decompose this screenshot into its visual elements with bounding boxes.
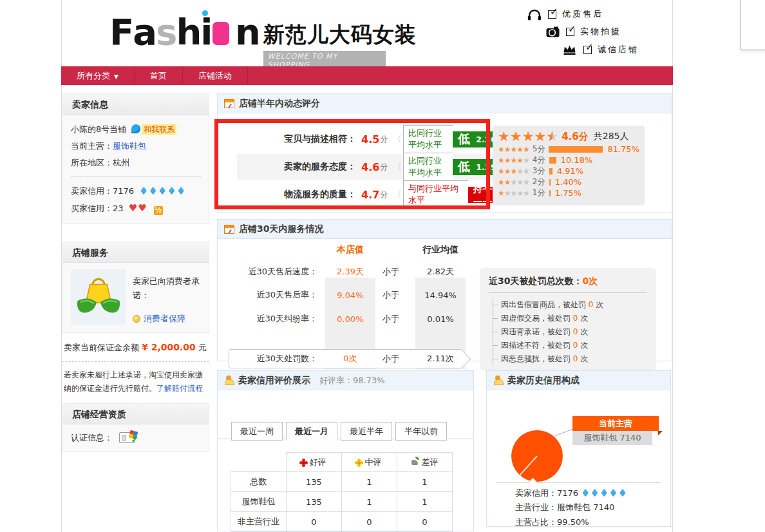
consumer-guarantee-link[interactable]: 消费者保障 (144, 314, 185, 323)
rating-bar (549, 190, 551, 196)
nav-all-categories[interactable]: 所有分类▼ (61, 66, 135, 85)
crown-icon (562, 44, 577, 55)
shop-panel-icon (224, 99, 234, 108)
checkbox-icon (583, 46, 592, 54)
shop-service-title: 店铺服务 (63, 242, 209, 263)
sprout-icon (411, 460, 418, 465)
service30-panel: 店铺30天内服务情况 本店值 行业均值 近30天售后速度： 2.39天 小于 2… (217, 219, 672, 361)
tab-last-week[interactable]: 最近一周 (231, 422, 283, 441)
penalty-item: 因出售假冒商品，被处罚 0 次 (493, 298, 647, 312)
total-bad-link[interactable]: 1 (397, 472, 453, 492)
history-panel-title: 卖家历史信用构成 (507, 375, 580, 386)
history-credit-row: 卖家信用：7176 ♦♦♦♦♦ (515, 487, 628, 499)
penalty-item: 因违背承诺，被处罚 0 次 (493, 325, 647, 339)
time-range-tabs: 最近一周最近一月最近半年半年以前 (218, 421, 473, 439)
badge-after-sales: 优质售后 (527, 8, 603, 21)
shop-panel-icon (224, 225, 234, 234)
credit-panel-title: 卖家信用评价展示 (238, 375, 310, 386)
rating-bar (549, 157, 556, 164)
tab-last-half-year[interactable]: 最近半年 (341, 422, 392, 441)
star-icon (498, 129, 510, 144)
stars-1: ★★★★★ (498, 189, 529, 197)
history-share-row: 主营占比：99.50% (515, 517, 589, 528)
rating-bar-row: ★★★★★ 2分 1.40% (498, 176, 639, 187)
col-good: 好评 (287, 453, 342, 472)
diamond-icon: ♦ (618, 487, 627, 499)
tab-last-month[interactable]: 最近一月 (286, 422, 337, 441)
diamond-icon: ♦ (609, 487, 618, 499)
penalty-item: 因虚假交易，被处罚 0 次 (493, 312, 647, 325)
claim-process-link[interactable]: 了解赔付流程 (156, 384, 203, 393)
badge-honest-shop: 诚信店铺 (562, 44, 639, 55)
credit-eval-panel: 卖家信用评价展示 好评率：98.73% 最近一周最近一月最近半年半年以前 好评 … (217, 370, 474, 531)
current-main-ribbon: 当前主营 (572, 416, 659, 431)
diamond-icon: ♦ (590, 487, 599, 499)
guarantee-icon (133, 315, 140, 323)
rating-bar-row: ★★★★★ 3分 4.91% (498, 166, 639, 176)
checkbox-icon (548, 10, 556, 19)
nav-shop-activity[interactable]: 店铺活动 (183, 66, 248, 85)
service30-panel-title: 店铺30天内服务情况 (239, 223, 323, 235)
half-star-icon (546, 129, 558, 144)
camera-icon (546, 26, 560, 37)
diamond-icon: ♦ (149, 185, 157, 196)
divider-with-notch (496, 482, 661, 483)
nav-home[interactable]: 首页 (135, 66, 183, 85)
diamond-icon: ♦ (158, 185, 166, 196)
total-neutral-link[interactable]: 1 (342, 472, 397, 492)
rating-bar (549, 168, 552, 175)
main-category-row: 当前主营：服饰鞋包 (71, 138, 201, 155)
table-row-main-category: 服饰鞋包 135 1 1 (231, 492, 453, 512)
wangwang-icon[interactable] (131, 124, 140, 133)
service30-row: 近30天售后率： 9.04% 小于 14.94% (218, 287, 475, 303)
diamond-icon: ♦ (581, 487, 589, 499)
dsr-panel-title: 店铺半年内动态评分 (239, 98, 320, 109)
person-icon (224, 375, 234, 385)
diamond-icon: ♦ (600, 487, 608, 499)
checkbox-icon (566, 28, 574, 36)
person-icon (493, 375, 503, 385)
contact-me-button[interactable]: 和我联系 (142, 124, 176, 135)
credit-pie-chart (511, 430, 563, 482)
seller-info-box: 卖家信息 小陈的8号当铺和我联系 当前主营：服饰鞋包 所在地区：杭州 卖家信用：… (62, 93, 209, 224)
stars-2: ★★★★★ (498, 178, 529, 186)
rating-bar-row: ★★★★★ 4分 10.18% (498, 155, 639, 166)
sidebar: 卖家信息 小陈的8号当铺和我联系 当前主营：服饰鞋包 所在地区：杭州 卖家信用：… (62, 93, 209, 452)
shop-service-box: 店铺服务 卖家已向消费者承诺： 消费者保障 (62, 242, 209, 333)
promise-text: 卖家已向消费者承诺： (133, 274, 201, 303)
qualification-title: 店铺经营资质 (63, 404, 209, 424)
consumer-guarantee-image (71, 269, 126, 325)
floating-widget[interactable] (741, 0, 765, 50)
buyer-credit-row: 买家信用：23 ♥♥½ (71, 200, 201, 217)
half-credit-icon: ½ (154, 206, 163, 215)
star-icon (522, 129, 534, 144)
heart-icon: ♥ (138, 202, 146, 214)
region-row: 所在地区：杭州 (71, 155, 201, 171)
deposit-amount: ¥ 2,000.00 (142, 342, 196, 352)
shop-logo: Fashion 新范儿大码女装 WELCOME TO MY SHOPPING..… (109, 6, 417, 70)
yellow-flower-icon (357, 461, 361, 464)
table-row-total: 总数 135 1 1 (231, 472, 453, 492)
rating-count: 共285人 (594, 131, 629, 142)
divider (62, 361, 209, 362)
badge-real-photo: 实物拍摄 (546, 26, 621, 37)
rating-bar-row: ★★★★★ 5分 81.75% (498, 144, 639, 155)
penalty-list: 因出售假冒商品，被处罚 0 次 因虚假交易，被处罚 0 次 因违背承诺，被处罚 … (493, 298, 647, 366)
certification-icon[interactable]: ✓ (119, 431, 141, 445)
col-bad: 差评 (397, 453, 453, 472)
evaluation-table: 好评 中评 差评 总数 135 1 1 服饰鞋包 135 1 1 非主营行业 0… (231, 452, 453, 532)
history-credit-panel: 卖家历史信用构成 当前主营 服饰鞋包 7140 卖家信用：7176 ♦♦♦♦♦ … (486, 370, 671, 527)
qualification-box: 店铺经营资质 认证信息： ✓ (62, 403, 209, 452)
rating-bar (549, 146, 603, 153)
tab-before-half-year[interactable]: 半年以前 (395, 422, 447, 441)
star-icon (510, 129, 522, 144)
col-neutral: 中评 (342, 453, 397, 472)
rating-bar-row: ★★★★★ 1分 1.75% (498, 187, 639, 198)
annotation-red-box (214, 119, 490, 209)
star-icon (534, 129, 546, 144)
total-good-link[interactable]: 135 (287, 472, 342, 492)
shop-title: 新范儿大码女装 (263, 21, 417, 50)
main-category-link[interactable]: 服饰鞋包 (113, 141, 146, 151)
main-nav: 所有分类▼ 首页 店铺活动 (61, 66, 673, 85)
shop-name-row: 小陈的8号当铺和我联系 (71, 121, 201, 138)
